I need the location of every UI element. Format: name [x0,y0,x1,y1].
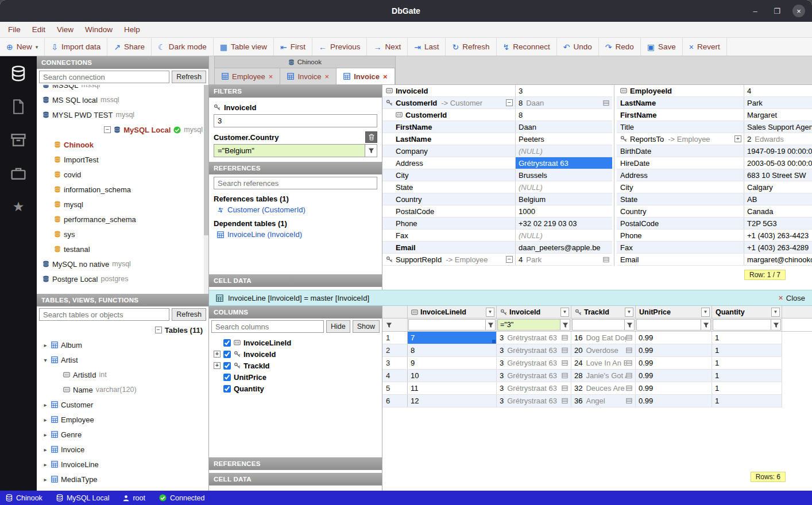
connection-item[interactable]: Postgre Localpostgres [37,271,208,286]
references-search-input[interactable] [214,177,377,189]
form-field-value[interactable]: daan_peeters@apple.be [516,242,612,253]
nav-favorites-icon[interactable]: ★ [10,199,26,215]
toolbar-import-data-button[interactable]: ⇩Import data [45,38,107,56]
row-number[interactable]: 6 [382,395,408,407]
database-item[interactable]: information_schema [37,182,208,197]
filter-menu-button[interactable] [365,144,377,157]
menu-edit[interactable]: Edit [26,25,51,34]
toolbar-next-button[interactable]: →Next [367,38,408,56]
form-field-value[interactable]: T2P 5G3 [744,217,812,229]
tab-close-icon[interactable]: × [325,72,330,81]
form-field-value[interactable]: AB [744,193,812,205]
grid-filter-input[interactable] [636,319,701,331]
column-visible-checkbox[interactable] [223,351,231,358]
form-field-value[interactable]: Canada [744,205,812,217]
table-item[interactable]: ▸MediaType [37,472,208,487]
chevron-right-icon[interactable]: ▸ [42,446,48,453]
connection-search-input[interactable] [39,71,169,83]
connection-item[interactable]: MySQL no nativemysql [37,257,208,271]
expand-toggle[interactable]: + [214,362,221,369]
toolbar-last-button[interactable]: ⇥Last [408,38,446,56]
hide-column-button[interactable]: Hide [326,320,350,333]
chevron-right-icon[interactable]: ▸ [42,461,48,468]
grid-cell[interactable]: 3Grétrystraat 63 [497,370,571,382]
table-item[interactable]: ▾Artist [37,352,208,367]
form-field-value[interactable]: 2003-05-03 00:00:00 [744,157,812,169]
column-toggle-item[interactable]: +TrackId [209,360,382,371]
form-field-value[interactable]: 1000 [516,205,612,217]
form-field-value[interactable]: 683 10 Street SW [744,169,812,181]
column-visible-checkbox[interactable] [223,374,231,381]
table-item[interactable]: ▸Employee [37,412,208,427]
connections-refresh-button[interactable]: Refresh [172,71,206,83]
grid-cell[interactable]: 12 [408,395,497,407]
tab-invoice[interactable]: Invoice× [280,68,337,84]
toolbar-share-button[interactable]: ↗Share [107,38,152,56]
reference-link[interactable]: InvoiceLine (InvoiceId) [217,230,377,239]
grid-filter-menu-button[interactable] [701,319,711,331]
form-field-value[interactable]: Park [744,97,812,108]
collapse-toggle[interactable]: − [506,256,513,263]
table-item[interactable]: ▸Invoice [37,442,208,457]
database-item[interactable]: testanal [37,242,208,257]
expand-toggle[interactable]: + [214,351,221,358]
grid-cell[interactable]: 28Janie's Got A Gun [571,370,636,382]
grid-cell[interactable]: 3Grétrystraat 63 [497,357,571,369]
column-menu-button[interactable]: ▼ [486,308,494,317]
show-column-button[interactable]: Show [353,320,380,333]
grid-cell[interactable]: 1 [712,344,782,356]
database-item[interactable]: performance_schema [37,212,208,227]
grid-cell[interactable]: 9 [408,357,497,369]
toolbar-table-view-button[interactable]: ▦Table view [214,38,274,56]
grid-cell[interactable]: 10 [408,370,497,382]
column-toggle-item[interactable]: UnitPrice [209,371,382,383]
form-field-value[interactable]: +32 02 219 03 03 [516,217,612,229]
toolbar-redo-button[interactable]: ↷Redo [599,38,641,56]
table-item[interactable]: ▸Customer [37,397,208,412]
nav-archive-icon[interactable] [10,132,26,148]
menu-window[interactable]: Window [79,25,118,34]
grid-cell[interactable]: 0.99 [636,332,712,344]
form-field-value[interactable]: 4 [744,85,812,96]
tab-close-icon[interactable]: × [383,72,388,81]
grid-filter-menu-button[interactable] [486,319,496,331]
remove-filter-button[interactable] [365,131,377,143]
column-toggle-item[interactable]: +InvoiceId [209,348,382,360]
grid-cell[interactable]: 32Deuces Are Wild [571,382,636,394]
table-item[interactable]: ▸Album [37,337,208,352]
statusbar-chinook[interactable]: Chinook [6,494,42,502]
nav-files-icon[interactable] [10,99,26,115]
toolbar-revert-button[interactable]: ×Revert [683,38,727,56]
menu-file[interactable]: File [2,25,26,34]
grid-filter-input[interactable] [713,319,771,331]
grid-column-header[interactable]: TrackId▼ [571,306,636,318]
form-field-value[interactable]: (NULL) [516,145,612,157]
column-item[interactable]: Namevarchar(120) [37,382,208,397]
grid-cell[interactable]: 1 [712,370,782,382]
grid-filter-input[interactable] [497,319,560,331]
form-field-value[interactable]: (NULL) [516,181,612,193]
column-visible-checkbox[interactable] [223,385,231,393]
grid-cell[interactable]: 16Dog Eat Dog [571,332,636,344]
toolbar-new-button[interactable]: ⊕New▾ [0,38,45,56]
database-item[interactable]: mysql [37,197,208,212]
row-number[interactable]: 1 [382,332,408,344]
column-item[interactable]: ArtistIdint [37,367,208,382]
form-field-value[interactable]: +1 (403) 263-4289 [744,242,812,253]
statusbar-mysql-local[interactable]: MySQL Local [56,494,110,502]
column-menu-button[interactable]: ▼ [771,308,780,317]
toolbar-save-button[interactable]: ▣Save [641,38,683,56]
grid-cell[interactable]: 8 [408,344,497,356]
minimize-button[interactable]: – [749,5,761,17]
grid-cell[interactable]: 24Love In An Elevator [571,357,636,369]
grid-filter-menu-button[interactable] [771,319,781,331]
chevron-right-icon[interactable]: ▸ [42,417,48,423]
database-item[interactable]: covid [37,167,208,182]
statusbar-connected[interactable]: Connected [159,494,204,502]
toolbar-undo-button[interactable]: ↶Undo [557,38,599,56]
database-item[interactable]: sys [37,227,208,242]
collapse-toggle[interactable]: − [155,327,162,333]
database-item[interactable]: ImportTest [37,152,208,167]
expand-toggle[interactable]: + [734,135,741,142]
reference-link[interactable]: Customer (CustomerId) [217,205,377,214]
